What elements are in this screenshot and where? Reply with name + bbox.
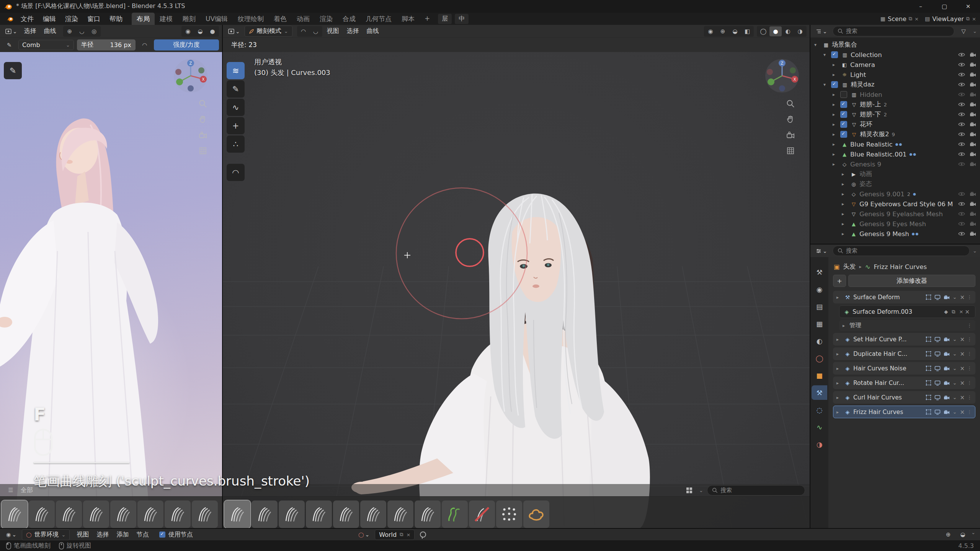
- zoom-icon[interactable]: [197, 99, 209, 109]
- extra-tab[interactable]: 中: [455, 14, 469, 24]
- edit-mode-toggle-icon[interactable]: [926, 380, 931, 386]
- hide-viewport-eye-icon[interactable]: [958, 82, 965, 87]
- camera-view-icon[interactable]: [197, 130, 209, 140]
- tab-scene[interactable]: ◐: [812, 334, 827, 348]
- drag-handle-icon[interactable]: ⋮: [967, 380, 972, 386]
- left-viewport-canvas[interactable]: ✎ Z X: [0, 52, 222, 528]
- expand-arrow-icon[interactable]: ▸: [842, 211, 849, 217]
- edit-mode-toggle-icon[interactable]: [926, 409, 931, 415]
- tab-object-data[interactable]: ∿: [812, 420, 827, 434]
- brush-icon[interactable]: ✎: [3, 40, 15, 50]
- minimize-button[interactable]: –: [909, 0, 933, 13]
- tab-tool[interactable]: ⚒: [812, 265, 827, 279]
- outliner-item-label[interactable]: Genesis 9.001: [859, 191, 905, 198]
- outliner-item-label[interactable]: 精灵衣服2: [860, 130, 889, 139]
- outliner-row[interactable]: ▸ 姿态: [810, 179, 980, 189]
- brush-thumbnail[interactable]: [360, 500, 386, 528]
- disable-render-camera-icon[interactable]: [970, 152, 976, 156]
- workspace-tab[interactable]: 渲染: [315, 13, 338, 25]
- display-settings-icon[interactable]: [683, 485, 695, 495]
- hide-viewport-eye-icon[interactable]: [958, 122, 965, 127]
- tab-material[interactable]: ◑: [812, 437, 827, 452]
- editor-type-button[interactable]: ⌄: [3, 27, 20, 36]
- new-view-layer-icon[interactable]: ⧉: [966, 16, 970, 22]
- shading-solid-icon[interactable]: ●: [206, 26, 219, 36]
- menu-item[interactable]: 选择: [93, 529, 113, 540]
- outliner-item-label[interactable]: G9 Eyebrows Card Style 06 M: [859, 201, 953, 208]
- hide-viewport-eye-icon[interactable]: [958, 192, 965, 196]
- remove-modifier-icon[interactable]: ×: [960, 365, 965, 372]
- disable-render-camera-icon[interactable]: [970, 52, 976, 57]
- pivot-icon[interactable]: ⊕: [64, 26, 76, 36]
- new-scene-icon[interactable]: ⧉: [909, 16, 912, 22]
- outliner-item-label[interactable]: Genesis 9: [850, 161, 881, 168]
- collection-checkbox[interactable]: [840, 101, 847, 108]
- workspace-tab[interactable]: 动画: [292, 13, 315, 25]
- drag-handle-icon[interactable]: ⋮: [967, 409, 972, 415]
- disable-render-camera-icon[interactable]: [970, 122, 976, 127]
- remove-modifier-icon[interactable]: ×: [960, 380, 965, 386]
- maximize-button[interactable]: ▢: [933, 0, 956, 13]
- modifier-row[interactable]: ▸ Frizz Hair Curves: [833, 406, 975, 418]
- workspace-tab[interactable]: 雕刻: [178, 13, 201, 25]
- show-gizmo-icon[interactable]: ◉: [182, 26, 194, 36]
- editor-type-button[interactable]: ◉ ⌄: [4, 530, 19, 539]
- outliner-row[interactable]: ▸ 动画: [810, 169, 980, 179]
- paint-tool[interactable]: ✎: [227, 80, 245, 98]
- brush-preview-icon[interactable]: ◠: [297, 26, 310, 36]
- render-toggle-icon[interactable]: [944, 337, 950, 342]
- drag-handle-icon[interactable]: ⋮: [967, 395, 972, 400]
- comb-tool[interactable]: ≋: [227, 62, 245, 79]
- menu-item[interactable]: 曲线: [40, 26, 60, 37]
- brush-thumbnail[interactable]: [279, 500, 305, 528]
- workspace-tab[interactable]: 脚本: [397, 13, 420, 25]
- realtime-toggle-icon[interactable]: [934, 380, 941, 386]
- hide-viewport-eye-icon[interactable]: [958, 152, 965, 156]
- filter-icon[interactable]: ▽: [957, 26, 970, 36]
- chevron-down-icon[interactable]: ⌄: [973, 248, 977, 254]
- menu-item[interactable]: 节点: [132, 529, 152, 540]
- outliner-row[interactable]: ▸ 花环: [810, 119, 980, 129]
- modifier-extras-chevron-icon[interactable]: ⌄: [953, 380, 957, 386]
- expand-arrow-icon[interactable]: ▸: [842, 171, 849, 177]
- falloff-icon[interactable]: ◡: [310, 26, 322, 36]
- modifier-name[interactable]: Set Hair Curve P...: [853, 336, 907, 343]
- outliner-search-input[interactable]: 搜索: [833, 26, 954, 36]
- remove-modifier-icon[interactable]: ×: [965, 308, 970, 315]
- expand-arrow-icon[interactable]: ▸: [833, 132, 840, 137]
- extra-tab[interactable]: 层: [438, 14, 452, 24]
- remove-modifier-icon[interactable]: ×: [960, 336, 965, 343]
- slide-tool[interactable]: ◠: [227, 164, 245, 181]
- browse-world-button[interactable]: ◯ ⌄: [356, 530, 372, 539]
- workspace-tab[interactable]: 布局: [132, 13, 155, 25]
- outliner-item-label[interactable]: 翅膀-上: [860, 100, 881, 109]
- disable-render-camera-icon[interactable]: [970, 72, 976, 77]
- brush-thumbnail[interactable]: [387, 500, 413, 528]
- disable-render-camera-icon[interactable]: [970, 112, 976, 117]
- curve-tool[interactable]: ∿: [227, 99, 245, 116]
- modifier-row[interactable]: ▸ Rotate Hair Cur...: [833, 377, 975, 389]
- expand-arrow-icon[interactable]: ▸: [842, 231, 849, 236]
- disable-render-camera-icon[interactable]: [970, 231, 976, 236]
- expand-arrow-icon[interactable]: ▸: [833, 62, 840, 67]
- navigation-gizmo[interactable]: Z X: [764, 58, 800, 93]
- close-button[interactable]: ✕: [956, 0, 980, 13]
- hide-viewport-eye-icon[interactable]: [958, 162, 965, 166]
- hide-viewport-eye-icon[interactable]: [958, 202, 965, 206]
- radius-slider[interactable]: 半径 136 px: [77, 39, 136, 51]
- expand-arrow-icon[interactable]: ▸: [833, 152, 840, 157]
- expand-arrow-icon[interactable]: ▸: [836, 409, 843, 415]
- brush-thumbnail[interactable]: [224, 500, 250, 528]
- expand-arrow-icon[interactable]: ▸: [842, 221, 849, 227]
- menu-item[interactable]: 渲染: [60, 13, 83, 25]
- menu-item[interactable]: 视图: [73, 529, 93, 540]
- brush-thumbnail[interactable]: [165, 500, 191, 528]
- overlays-icon[interactable]: ◒: [729, 26, 741, 36]
- main-viewport-canvas[interactable]: 用户透视 (30) 头发 | Curves.003 ≋✎∿+∴◠ Z X: [223, 52, 810, 528]
- pin-icon[interactable]: [420, 531, 426, 538]
- menu-item[interactable]: 窗口: [83, 13, 105, 25]
- brush-thumbnail[interactable]: [110, 500, 136, 528]
- unlink-icon[interactable]: ×: [406, 532, 410, 538]
- tab-output[interactable]: ▤: [812, 299, 827, 314]
- render-toggle-icon[interactable]: [944, 366, 950, 371]
